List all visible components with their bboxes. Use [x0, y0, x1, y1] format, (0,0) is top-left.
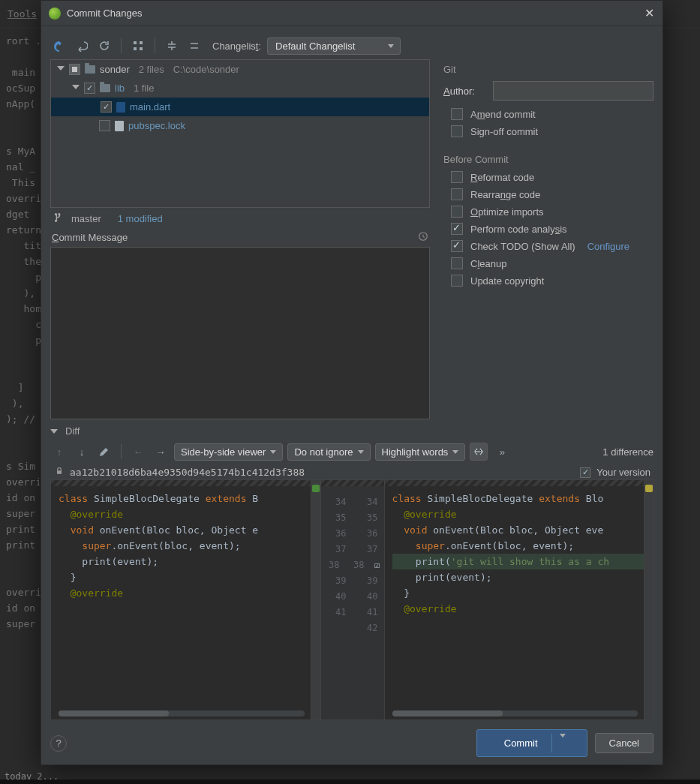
line-checkbox[interactable]: ☑ [371, 560, 384, 575]
tree-row-project[interactable]: sonder 2 files C:\code\sonder [51, 60, 429, 79]
diff-label: Diff [65, 425, 80, 437]
highlight-dropdown[interactable]: Highlight words [375, 443, 466, 461]
chevron-down-icon [452, 450, 458, 454]
author-input[interactable] [493, 81, 653, 101]
chevron-down-icon[interactable] [72, 85, 80, 92]
folder-icon [85, 65, 95, 74]
commit-message-textarea[interactable] [50, 247, 430, 419]
code-line: class SimpleBlocDelegate extends B [59, 491, 320, 506]
code-line: } [59, 569, 320, 585]
hscrollbar[interactable] [59, 710, 305, 716]
your-version-label: Your version [596, 467, 650, 478]
marker-strip[interactable] [644, 480, 653, 719]
dart-file-icon [116, 102, 125, 113]
svg-rect-0 [134, 41, 137, 44]
prev-diff-icon[interactable]: ↑ [50, 443, 68, 461]
analysis-check[interactable]: Perform code analysis [451, 223, 653, 235]
code-line: super.onEvent(bloc, event); [392, 538, 653, 554]
branch-name: master [71, 213, 101, 224]
group-by-icon[interactable] [129, 37, 147, 55]
checkbox[interactable] [69, 64, 80, 75]
changelist-dropdown[interactable]: Default Changelist [267, 38, 401, 55]
copyright-check[interactable]: Update copyright [451, 275, 653, 287]
tree-label: main.dart [130, 101, 170, 113]
whitespace-dropdown[interactable]: Do not ignore [287, 443, 370, 461]
dialog-titlebar: Commit Changes ✕ [41, 1, 662, 26]
svg-rect-2 [140, 41, 143, 44]
chevron-down-icon[interactable] [57, 66, 65, 74]
branch-icon [53, 212, 64, 225]
dialog-title: Commit Changes [67, 8, 643, 19]
chevron-down-icon[interactable] [50, 429, 58, 434]
tree-row-lib[interactable]: lib 1 file [51, 79, 429, 98]
hscrollbar[interactable] [392, 710, 638, 716]
tree-label: lib [115, 83, 125, 94]
tree-row-pubspec[interactable]: pubspec.lock [51, 116, 429, 135]
file-icon [115, 121, 124, 131]
checkbox[interactable] [99, 120, 110, 131]
undo-icon[interactable] [73, 37, 91, 55]
code-line: @override [392, 601, 653, 617]
collapse-unchanged-icon[interactable] [470, 443, 488, 461]
history-icon[interactable] [418, 231, 428, 244]
tree-label: pubspec.lock [128, 120, 185, 131]
commit-message-label: Commit Message [52, 232, 128, 243]
collapse-all-icon[interactable] [185, 37, 203, 55]
more-icon[interactable]: » [492, 443, 510, 461]
rearrange-check[interactable]: Rearrange code [451, 188, 653, 200]
reformat-check[interactable]: Reformat code [451, 171, 653, 183]
checkbox[interactable] [101, 101, 112, 113]
lock-icon [55, 467, 64, 478]
code-line: super.onEvent(bloc, event); [59, 538, 320, 554]
viewer-mode-dropdown[interactable]: Side-by-side viewer [174, 443, 283, 461]
refresh-diff-icon[interactable] [50, 37, 68, 55]
diff-header[interactable]: Diff [50, 425, 653, 437]
forward-icon[interactable]: → [152, 443, 170, 461]
dialog-footer: ? Commit Cancel [50, 720, 653, 757]
diff-gutter: 34343535363637373838☑39394040414142 [320, 480, 385, 719]
code-line: void onEvent(Bloc bloc, Object eve [392, 522, 653, 538]
marker-strip[interactable] [311, 480, 320, 719]
signoff-commit-check[interactable]: Sign-off commit [451, 125, 653, 137]
your-version-checkbox[interactable] [580, 467, 590, 478]
edit-icon[interactable] [95, 443, 113, 461]
optimize-check[interactable]: Optimize imports [451, 206, 653, 218]
chevron-down-icon [270, 450, 276, 454]
diff-right-pane[interactable]: class SimpleBlocDelegate extends Blo @ov… [385, 480, 653, 719]
help-icon[interactable]: ? [50, 735, 67, 752]
commit-message-header: Commit Message [50, 230, 430, 247]
amend-commit-check[interactable]: Amend commit [451, 108, 653, 120]
tree-row-main-dart[interactable]: main.dart [51, 98, 429, 116]
changelist-label: Changelist: [212, 41, 261, 52]
refresh-icon[interactable] [95, 37, 113, 55]
commit-hash: aa12b21018d6ba4e9350d94e5174b1c412d3f388 [70, 467, 305, 478]
diff-left-pane[interactable]: class SimpleBlocDelegate extends B @over… [51, 480, 320, 719]
diff-pane: class SimpleBlocDelegate extends B @over… [50, 479, 653, 720]
code-line: print(event); [59, 554, 320, 569]
tree-meta: 2 files [139, 64, 164, 75]
chevron-down-icon [388, 44, 394, 48]
back-icon[interactable]: ← [129, 443, 147, 461]
tree-label: sonder [100, 64, 130, 75]
cleanup-check[interactable]: Cleanup [451, 257, 653, 269]
expand-all-icon[interactable] [163, 37, 181, 55]
code-line: @override [392, 506, 653, 522]
commit-dropdown-icon[interactable] [551, 734, 573, 752]
next-diff-icon[interactable]: ↓ [73, 443, 91, 461]
code-line: void onEvent(Bloc bloc, Object e [59, 522, 320, 538]
changes-tree[interactable]: sonder 2 files C:\code\sonder lib 1 file [50, 59, 430, 208]
diff-rev-row: aa12b21018d6ba4e9350d94e5174b1c412d3f388… [50, 465, 653, 479]
modified-count[interactable]: 1 modified [118, 213, 163, 224]
diff-count: 1 difference [602, 446, 653, 458]
svg-rect-5 [57, 470, 62, 474]
folder-icon [100, 84, 110, 92]
cancel-button[interactable]: Cancel [595, 733, 653, 753]
commit-button[interactable]: Commit [476, 729, 587, 757]
configure-link[interactable]: Configure [587, 241, 629, 252]
changelist-combo: Changelist: Default Changelist [212, 38, 401, 55]
todo-check[interactable]: Check TODO (Show All)Configure [451, 240, 653, 252]
checkbox[interactable] [84, 83, 95, 94]
close-icon[interactable]: ✕ [643, 8, 655, 20]
tree-meta: C:\code\sonder [173, 64, 239, 75]
app-logo-icon [49, 8, 61, 20]
